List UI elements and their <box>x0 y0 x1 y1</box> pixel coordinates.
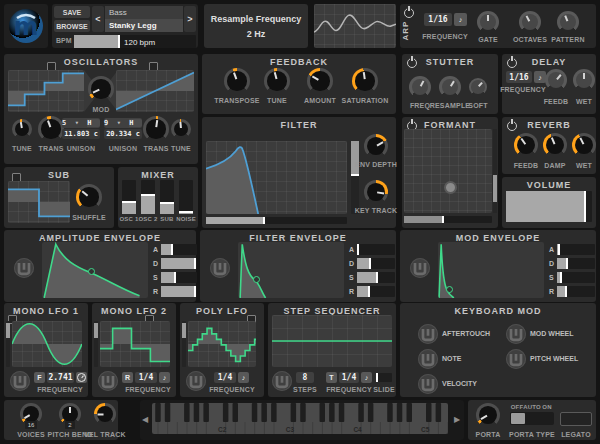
mod-env-mod-source-handle[interactable] <box>410 258 430 278</box>
keyboard-scroll-right-icon[interactable]: ▶ <box>454 415 460 424</box>
osc1-unison-count[interactable]: 5 <box>62 119 75 127</box>
vel-track-knob[interactable] <box>94 403 116 425</box>
mixer-sub-slider[interactable] <box>160 180 174 214</box>
mixer-osc1-slider[interactable] <box>122 180 136 214</box>
osc2-unison-count[interactable]: 9 <box>104 119 117 127</box>
lfo1-mode-button[interactable]: F <box>34 372 45 383</box>
lfo2-frequency-value[interactable]: 1/4 <box>135 372 157 383</box>
browse-button[interactable]: BROWSE <box>54 20 90 32</box>
step-seq-steps-value[interactable]: 8 <box>296 372 314 383</box>
poly-lfo-wave-display[interactable] <box>188 321 256 367</box>
lfo2-amplitude-slider[interactable] <box>94 321 98 367</box>
osc1-unison-detune[interactable]: 11.803 c <box>62 129 100 139</box>
filter-cutoff-slider[interactable] <box>206 217 347 224</box>
mod-wheel-mod-source-handle[interactable] <box>506 324 526 344</box>
delay-wet-knob[interactable] <box>573 69 595 91</box>
mod-envelope-display[interactable] <box>438 242 544 298</box>
arp-power-icon[interactable] <box>404 8 414 18</box>
step-seq-frequency-value[interactable]: 1/4 <box>339 372 359 383</box>
mod-envelope-node[interactable] <box>446 286 453 293</box>
feedback-transpose-knob[interactable] <box>224 68 250 94</box>
porta-type-switch-handle[interactable] <box>511 413 525 424</box>
arp-sync-note-icon[interactable]: ♪ <box>454 13 467 26</box>
amp-env-mod-source-handle[interactable] <box>14 258 34 278</box>
feedback-tune-knob[interactable] <box>264 68 290 94</box>
amp-env-sustain-slider[interactable] <box>161 272 197 283</box>
formant-xy-handle[interactable] <box>444 181 457 194</box>
lfo2-mod-source-handle[interactable] <box>98 371 118 391</box>
lfo1-clock-icon[interactable] <box>76 372 87 383</box>
porta-type-switch[interactable] <box>510 412 554 425</box>
legato-toggle[interactable] <box>560 412 592 426</box>
lfo2-mode-button[interactable]: R <box>122 372 133 383</box>
patch-name-field[interactable]: Stanky Legg <box>105 19 183 32</box>
next-patch-button[interactable]: > <box>184 6 196 32</box>
lfo1-mod-source-handle[interactable] <box>10 371 30 391</box>
chevron-down-icon[interactable]: ▾ <box>75 119 88 127</box>
aftertouch-mod-source-handle[interactable] <box>418 324 438 344</box>
mixer-osc2-slider[interactable] <box>141 180 155 214</box>
formant-xy-pad[interactable] <box>404 129 492 213</box>
filter-env-release-slider[interactable] <box>357 286 395 297</box>
mod-env-attack-slider[interactable] <box>557 244 595 255</box>
reverb-wet-knob[interactable] <box>572 133 596 157</box>
filter-envelope-node[interactable] <box>253 276 260 283</box>
step-sequencer-display[interactable] <box>272 315 392 367</box>
stutter-resample-knob[interactable] <box>439 76 461 98</box>
step-seq-slide-slider[interactable] <box>376 373 392 382</box>
step-seq-sync-note-icon[interactable]: ♪ <box>361 372 372 383</box>
save-button[interactable]: SAVE <box>54 6 90 18</box>
arp-octaves-knob[interactable] <box>519 11 541 33</box>
arp-pattern-knob[interactable] <box>557 11 579 33</box>
arp-gate-knob[interactable] <box>477 11 499 33</box>
arp-frequency-value[interactable]: 1/16 <box>424 13 452 26</box>
feedback-saturation-knob[interactable] <box>352 68 378 94</box>
sub-shuffle-knob[interactable] <box>76 184 102 210</box>
osc1-harmonize-button[interactable]: H <box>87 119 100 127</box>
amp-env-decay-slider[interactable] <box>161 258 197 269</box>
stutter-freq-knob[interactable] <box>409 76 431 98</box>
filter-key-track-knob[interactable] <box>364 180 388 204</box>
lfo2-wave-display[interactable] <box>100 321 170 367</box>
amp-envelope-display[interactable] <box>42 242 148 298</box>
patch-folder-field[interactable]: Bass <box>105 6 183 19</box>
amp-env-attack-slider[interactable] <box>161 244 197 255</box>
osc2-trans-knob[interactable] <box>143 116 169 142</box>
poly-lfo-frequency-value[interactable]: 1/4 <box>214 372 236 383</box>
prev-patch-button[interactable]: < <box>92 6 104 32</box>
filter-resonance-slider[interactable] <box>351 141 359 214</box>
lfo1-wave-display[interactable] <box>12 321 82 367</box>
poly-lfo-mod-source-handle[interactable] <box>186 371 206 391</box>
osc2-tune-knob[interactable] <box>171 119 191 139</box>
step-seq-mode-button[interactable]: T <box>326 372 337 383</box>
delay-feedback-knob[interactable] <box>545 69 567 91</box>
osc1-wave-display[interactable] <box>8 70 84 112</box>
osc1-tune-knob[interactable] <box>12 119 32 139</box>
velocity-mod-source-handle[interactable] <box>418 374 438 394</box>
filter-env-decay-slider[interactable] <box>357 258 395 269</box>
poly-lfo-sync-note-icon[interactable]: ♪ <box>238 372 249 383</box>
filter-env-depth-knob[interactable] <box>364 134 388 158</box>
mod-env-sustain-slider[interactable] <box>557 272 595 283</box>
lfo2-sync-note-icon[interactable]: ♪ <box>159 372 170 383</box>
filter-response-display[interactable] <box>206 141 347 214</box>
keyboard-keys[interactable]: C2 C3 C4 C5 <box>152 403 448 437</box>
osc1-trans-knob[interactable] <box>38 116 64 142</box>
delay-frequency-value[interactable]: 1/16 <box>506 71 532 83</box>
porta-knob[interactable] <box>476 403 500 427</box>
mod-env-release-slider[interactable] <box>557 286 595 297</box>
feedback-amount-knob[interactable] <box>307 68 333 94</box>
chevron-down-icon[interactable]: ▾ <box>117 119 130 127</box>
formant-y-slider[interactable] <box>493 129 497 213</box>
osc2-unison-voices[interactable]: 9▾H <box>104 118 142 128</box>
filter-env-sustain-slider[interactable] <box>357 272 395 283</box>
amp-envelope-node[interactable] <box>88 268 95 275</box>
note-mod-source-handle[interactable] <box>418 349 438 369</box>
filter-env-attack-slider[interactable] <box>357 244 395 255</box>
pitch-wheel-mod-source-handle[interactable] <box>506 349 526 369</box>
cross-mod-knob[interactable] <box>88 76 114 102</box>
reverb-feedback-knob[interactable] <box>514 133 538 157</box>
filter-env-mod-source-handle[interactable] <box>210 258 230 278</box>
mod-env-decay-slider[interactable] <box>557 258 595 269</box>
sub-wave-display[interactable] <box>8 181 70 223</box>
